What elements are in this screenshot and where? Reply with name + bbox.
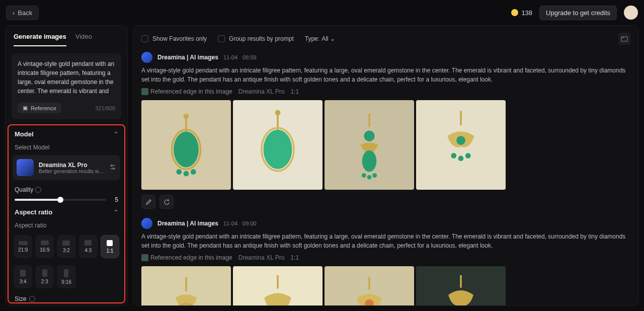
results-panel: Show Favorites only Group results by pro… <box>133 25 639 306</box>
svg-point-19 <box>362 173 366 178</box>
settings-highlight: Model ⌃ Select Model Dreamina XL Pro Bet… <box>8 124 125 303</box>
ratio-shape <box>42 269 47 277</box>
ratio-21-9[interactable]: 21:9 <box>14 235 32 258</box>
result-image[interactable] <box>325 266 414 306</box>
result-block: Dreamina | AI images 11-04 08:59 A vinta… <box>141 52 630 209</box>
ref-label: Referenced edge in this image <box>150 253 232 262</box>
ratio-shape <box>19 241 28 245</box>
svg-point-24 <box>451 153 456 159</box>
model-section-header[interactable]: Model ⌃ <box>13 125 120 143</box>
ref-label: Referenced edge in this image <box>150 87 232 96</box>
quality-label: Quality <box>15 186 41 193</box>
svg-point-18 <box>362 150 376 172</box>
svg-rect-4 <box>621 37 627 41</box>
result-model: Dreamina XL Pro <box>238 253 285 262</box>
result-image[interactable] <box>416 266 506 306</box>
checkbox-icon <box>141 35 148 42</box>
chevron-left-icon: ‹ <box>13 9 15 17</box>
result-time: 08:59 <box>243 54 257 60</box>
result-model: Dreamina XL Pro <box>238 87 285 96</box>
author-name: Dreamina | AI images <box>157 220 218 227</box>
ratio-shape <box>85 240 92 246</box>
result-date: 11-04 <box>223 220 237 226</box>
group-by-prompt-checkbox[interactable]: Group results by prompt <box>218 35 294 42</box>
svg-point-21 <box>372 173 377 178</box>
credits-display: 138 <box>511 9 532 17</box>
info-icon[interactable] <box>29 296 35 302</box>
svg-point-6 <box>174 131 199 167</box>
coin-icon <box>511 9 518 16</box>
folder-icon[interactable] <box>618 33 630 45</box>
ratio-shape <box>107 240 113 246</box>
group-label: Group results by prompt <box>229 35 294 42</box>
svg-point-23 <box>456 136 465 145</box>
favorites-label: Show Favorites only <box>152 35 207 42</box>
type-label: Type: <box>305 35 319 42</box>
aspect-section-label: Aspect ratio <box>15 208 52 216</box>
prompt-textarea[interactable]: A vintage-style gold pendant with an int… <box>12 53 121 119</box>
type-value: All <box>321 35 328 42</box>
ref-inline[interactable]: Referenced edge in this image <box>141 253 232 262</box>
model-thumbnail <box>17 159 34 176</box>
favorites-only-checkbox[interactable]: Show Favorites only <box>141 35 207 42</box>
sliders-icon[interactable] <box>109 164 116 172</box>
result-block: Dreamina | AI images 11-04 09:00 A vinta… <box>141 218 630 306</box>
model-section-label: Model <box>15 130 34 138</box>
back-button[interactable]: ‹ Back <box>6 6 39 20</box>
ref-thumb-icon <box>141 88 148 95</box>
image-row <box>141 266 630 306</box>
result-image[interactable] <box>416 100 506 190</box>
aspect-sub-label: Aspect ratio <box>13 221 120 233</box>
result-image[interactable] <box>233 266 323 306</box>
ratio-3-2[interactable]: 3:2 <box>57 235 75 258</box>
info-icon[interactable] <box>35 187 41 193</box>
tab-video[interactable]: Video <box>75 33 92 46</box>
ratio-2-3[interactable]: 2:3 <box>35 265 54 288</box>
model-card[interactable]: Dreamina XL Pro Better generation result… <box>13 155 120 180</box>
result-ratio: 1:1 <box>290 253 299 262</box>
ratio-1-1[interactable]: 1:1 <box>101 235 119 258</box>
svg-point-28 <box>175 305 198 306</box>
svg-point-41 <box>455 305 466 306</box>
sidebar: Generate images Video A vintage-style go… <box>5 25 128 306</box>
result-image[interactable] <box>233 100 323 190</box>
result-date: 11-04 <box>223 54 237 60</box>
quality-slider[interactable] <box>15 199 106 201</box>
ratio-9-16[interactable]: 9:16 <box>57 265 75 288</box>
type-filter[interactable]: Type: All ⌄ <box>305 35 336 42</box>
author-name: Dreamina | AI images <box>157 54 218 61</box>
tab-generate-images[interactable]: Generate images <box>14 33 66 46</box>
slider-fill <box>15 199 60 201</box>
reference-chip[interactable]: ▣ Reference <box>18 103 61 113</box>
svg-point-11 <box>191 169 196 175</box>
back-label: Back <box>18 9 32 17</box>
ratio-16-9[interactable]: 16:9 <box>35 235 54 258</box>
slider-thumb[interactable] <box>57 197 63 203</box>
avatar[interactable] <box>624 6 638 20</box>
chevron-up-icon: ⌃ <box>114 209 118 215</box>
upgrade-label: Upgrade to get credits <box>546 9 610 17</box>
svg-point-13 <box>264 130 292 169</box>
image-row <box>141 100 630 190</box>
upgrade-button[interactable]: Upgrade to get credits <box>539 6 617 20</box>
char-count: 321/800 <box>95 105 115 111</box>
svg-point-10 <box>184 171 189 177</box>
credits-value: 138 <box>521 9 532 17</box>
svg-point-7 <box>184 114 189 119</box>
regenerate-button[interactable] <box>159 195 174 209</box>
prompt-text: A vintage-style gold pendant with an int… <box>18 59 115 96</box>
result-image[interactable] <box>141 100 231 190</box>
aspect-section-header[interactable]: Aspect ratio ⌃ <box>13 203 120 221</box>
result-image[interactable] <box>141 266 231 306</box>
ratio-3-4[interactable]: 3:4 <box>14 265 32 288</box>
svg-point-14 <box>275 110 281 116</box>
size-label: Size <box>15 295 26 302</box>
checkbox-icon <box>218 35 225 42</box>
svg-point-25 <box>458 156 464 161</box>
ratio-4-3[interactable]: 4:3 <box>79 235 98 258</box>
ref-inline[interactable]: Referenced edge in this image <box>141 87 232 96</box>
ratio-shape <box>64 269 68 277</box>
chevron-up-icon: ⌃ <box>114 131 118 137</box>
result-image[interactable] <box>325 100 414 190</box>
edit-button[interactable] <box>141 195 155 209</box>
